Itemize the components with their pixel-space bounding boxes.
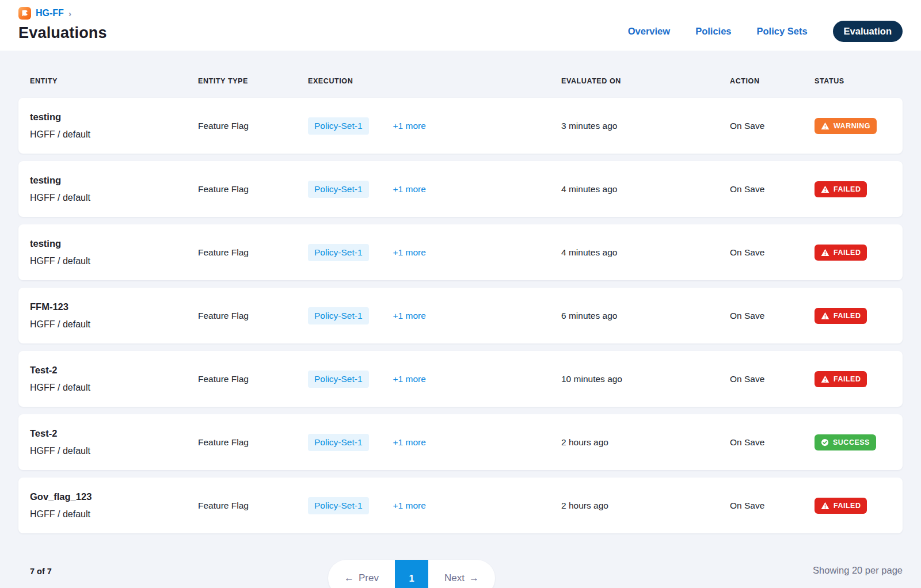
nav-tab-overview[interactable]: Overview	[628, 26, 670, 37]
entity-scope: HGFF / default	[30, 509, 198, 520]
table-row[interactable]: FFM-123 HGFF / default Feature Flag Poli…	[18, 288, 903, 343]
status-cell: FAILED	[815, 371, 891, 387]
policy-set-chip[interactable]: Policy-Set-1	[308, 434, 369, 451]
status-label: FAILED	[834, 312, 861, 320]
warning-triangle-icon	[821, 185, 829, 193]
more-policies-link[interactable]: +1 more	[393, 437, 426, 448]
more-policies-link[interactable]: +1 more	[393, 184, 426, 194]
evaluated-on-cell: 2 hours ago	[561, 501, 730, 511]
execution-cell: Policy-Set-1 +1 more	[308, 434, 561, 451]
evaluations-panel: ENTITY ENTITY TYPE EXECUTION EVALUATED O…	[0, 51, 921, 588]
warning-triangle-icon	[821, 122, 829, 130]
result-count: 7 of 7	[30, 567, 52, 576]
execution-cell: Policy-Set-1 +1 more	[308, 497, 561, 514]
page-1-button[interactable]: 1	[395, 560, 428, 588]
table-row[interactable]: testing HGFF / default Feature Flag Poli…	[18, 98, 903, 154]
execution-cell: Policy-Set-1 +1 more	[308, 371, 561, 388]
prev-page-button[interactable]: ← Prev	[328, 560, 395, 588]
action-cell: On Save	[730, 121, 815, 131]
entity-cell: FFM-123 HGFF / default	[30, 301, 198, 330]
execution-cell: Policy-Set-1 +1 more	[308, 244, 561, 261]
status-badge: SUCCESS	[815, 434, 876, 450]
nav-tab-policy-sets[interactable]: Policy Sets	[757, 26, 808, 37]
entity-cell: Test-2 HGFF / default	[30, 428, 198, 456]
table-row[interactable]: Gov_flag_123 HGFF / default Feature Flag…	[18, 478, 903, 533]
evaluated-on-cell: 4 minutes ago	[561, 184, 730, 194]
more-policies-link[interactable]: +1 more	[393, 247, 426, 258]
status-label: FAILED	[834, 375, 861, 383]
action-cell: On Save	[730, 247, 815, 258]
entity-scope: HGFF / default	[30, 383, 198, 393]
more-policies-link[interactable]: +1 more	[393, 501, 426, 511]
more-policies-link[interactable]: +1 more	[393, 311, 426, 321]
entity-name: Test-2	[30, 365, 198, 376]
status-label: FAILED	[834, 185, 861, 193]
nav-tab-policies[interactable]: Policies	[695, 26, 731, 37]
entity-name: Test-2	[30, 428, 198, 439]
warning-triangle-icon	[821, 375, 829, 383]
status-badge: FAILED	[815, 371, 867, 387]
entity-type-cell: Feature Flag	[198, 437, 308, 448]
entity-name: FFM-123	[30, 301, 198, 312]
table-row[interactable]: testing HGFF / default Feature Flag Poli…	[18, 161, 903, 217]
page-title: Evaluations	[18, 24, 107, 42]
entity-name: testing	[30, 112, 198, 123]
more-policies-link[interactable]: +1 more	[393, 121, 426, 131]
status-cell: SUCCESS	[815, 434, 891, 450]
execution-cell: Policy-Set-1 +1 more	[308, 181, 561, 198]
status-label: FAILED	[834, 249, 861, 257]
entity-type-cell: Feature Flag	[198, 121, 308, 131]
status-cell: FAILED	[815, 245, 891, 261]
status-label: WARNING	[834, 122, 870, 130]
entity-name: testing	[30, 175, 198, 186]
entity-type-cell: Feature Flag	[198, 501, 308, 511]
policy-set-chip[interactable]: Policy-Set-1	[308, 497, 369, 514]
policy-set-chip[interactable]: Policy-Set-1	[308, 307, 369, 324]
more-policies-link[interactable]: +1 more	[393, 374, 426, 384]
status-badge: FAILED	[815, 498, 867, 514]
top-header: HG-FF › Evaluations Overview Policies Po…	[0, 0, 921, 51]
next-page-button[interactable]: Next →	[428, 560, 495, 588]
success-check-icon	[821, 438, 829, 446]
column-header-execution: EXECUTION	[308, 77, 561, 98]
header-nav: Overview Policies Policy Sets Evaluation	[628, 6, 903, 51]
entity-type-cell: Feature Flag	[198, 184, 308, 194]
table-body: testing HGFF / default Feature Flag Poli…	[18, 98, 903, 541]
entity-scope: HGFF / default	[30, 129, 198, 140]
entity-scope: HGFF / default	[30, 446, 198, 456]
action-cell: On Save	[730, 374, 815, 384]
column-header-status: STATUS	[815, 77, 891, 98]
breadcrumb: HG-FF ›	[18, 6, 107, 21]
policy-set-chip[interactable]: Policy-Set-1	[308, 371, 369, 388]
breadcrumb-project-link[interactable]: HG-FF	[36, 8, 64, 18]
warning-triangle-icon	[821, 502, 829, 510]
warning-triangle-icon	[821, 249, 829, 257]
entity-cell: testing HGFF / default	[30, 238, 198, 266]
column-header-action: ACTION	[730, 77, 815, 98]
policy-set-chip[interactable]: Policy-Set-1	[308, 181, 369, 198]
entity-type-cell: Feature Flag	[198, 311, 308, 321]
status-cell: FAILED	[815, 308, 891, 324]
entity-type-cell: Feature Flag	[198, 374, 308, 384]
pagination: ← Prev 1 Next →	[328, 560, 495, 588]
evaluated-on-cell: 4 minutes ago	[561, 247, 730, 258]
policy-set-chip[interactable]: Policy-Set-1	[308, 117, 369, 135]
entity-name: testing	[30, 238, 198, 249]
entity-cell: Gov_flag_123 HGFF / default	[30, 491, 198, 520]
chevron-right-icon: ›	[68, 9, 71, 18]
table-row[interactable]: Test-2 HGFF / default Feature Flag Polic…	[18, 351, 903, 407]
entity-cell: Test-2 HGFF / default	[30, 365, 198, 393]
prev-label: Prev	[359, 572, 379, 584]
table-row[interactable]: testing HGFF / default Feature Flag Poli…	[18, 224, 903, 280]
column-header-entity: ENTITY	[30, 77, 198, 98]
status-cell: FAILED	[815, 498, 891, 514]
table-row[interactable]: Test-2 HGFF / default Feature Flag Polic…	[18, 414, 903, 470]
page-size-label: Showing 20 per page	[813, 565, 903, 576]
column-header-evaluated-on: EVALUATED ON	[561, 77, 730, 98]
policy-set-chip[interactable]: Policy-Set-1	[308, 244, 369, 261]
entity-type-cell: Feature Flag	[198, 247, 308, 258]
nav-tab-evaluation-active[interactable]: Evaluation	[833, 21, 903, 42]
action-cell: On Save	[730, 311, 815, 321]
entity-scope: HGFF / default	[30, 319, 198, 330]
next-label: Next	[444, 572, 465, 584]
